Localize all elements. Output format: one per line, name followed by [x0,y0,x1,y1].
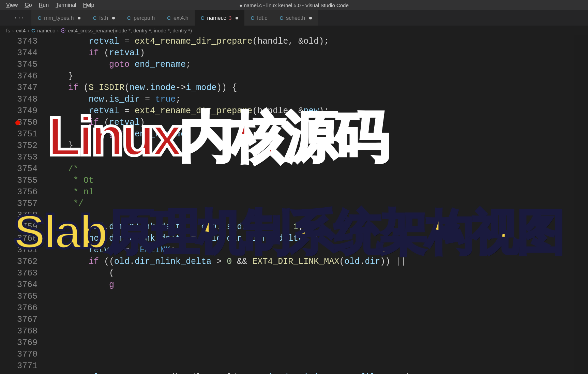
breadcrumb[interactable]: fs › ext4 › C namei.c › ⦿ ext4_cross_ren… [0,26,588,35]
line-numbers-gutter[interactable]: 3743374437453746374737483749375037513752… [0,35,48,374]
line-number[interactable]: 3764 [0,279,37,291]
line-number[interactable]: 3756 [0,186,37,198]
function-icon: ⦿ [61,28,66,33]
line-number[interactable]: 3747 [0,82,37,94]
editor[interactable]: 3743374437453746374737483749375037513752… [0,35,588,374]
code-line[interactable]: ( [48,268,588,279]
tab-bar: ··· Cmm_types.hCfs.hCpercpu.hCext4.hCnam… [0,10,588,26]
breadcrumb-function[interactable]: ext4_cross_rename(inode *, dentry *, ino… [68,28,192,33]
line-number[interactable]: 3755 [0,175,37,186]
breakpoint-icon[interactable] [15,120,20,125]
line-number[interactable]: 3766 [0,302,37,314]
line-number[interactable]: 3772 [0,372,37,374]
chevron-right-icon: › [12,28,14,33]
line-number[interactable]: 3770 [0,349,37,360]
line-number[interactable]: 3752 [0,140,37,152]
tab-badge: 3 [229,15,231,21]
c-file-icon: C [127,15,131,21]
window-title: ● namei.c - linux kernel 5.0 - Visual St… [239,2,349,8]
c-file-icon: C [37,15,41,21]
line-number[interactable]: 3743 [0,36,37,47]
line-number[interactable]: 3765 [0,291,37,302]
tab-label: percpu.h [134,15,155,21]
menu-view[interactable]: View [3,2,21,8]
tab-label: ext4.h [174,15,189,21]
menu-terminal[interactable]: Terminal [52,2,79,8]
line-number[interactable]: 3749 [0,105,37,117]
modified-dot-icon [112,17,115,19]
tab-label: fs.h [99,15,108,21]
menu-run[interactable]: Run [35,2,52,8]
code-line[interactable] [48,349,588,360]
code-line[interactable]: retval = ext4_rename_dir_prepare(handle,… [48,36,588,47]
code-line[interactable]: } [48,71,588,82]
modified-dot-icon [309,17,312,19]
tab-ext4-h[interactable]: Cext4.h [161,10,194,26]
tab-percpu-h[interactable]: Cpercpu.h [121,10,161,26]
code-line[interactable] [48,291,588,302]
tab-label: mm_types.h [44,15,74,21]
c-file-icon: C [280,15,283,21]
minimap[interactable] [574,35,588,374]
line-number[interactable]: 3751 [0,129,37,140]
code-line[interactable]: if (retval) [48,47,588,59]
chevron-right-icon: › [57,28,59,33]
overlay-title-yellow: Slab原理机制系统架构视图 [14,208,563,256]
c-file-icon: C [201,15,205,21]
code-line[interactable] [48,314,588,326]
code-line[interactable]: * nl [48,186,588,198]
line-number[interactable]: 3746 [0,71,37,82]
menubar: ViewGoRunTerminalHelp ● namei.c - linux … [0,0,588,10]
c-file-icon: C [31,28,35,33]
tab-fs-h[interactable]: Cfs.h [87,10,121,26]
line-number[interactable]: 3771 [0,360,37,372]
overlay-title-red: Linux内核源码 [48,109,387,164]
line-number[interactable]: 3763 [0,268,37,279]
menu-help[interactable]: Help [80,2,98,8]
menu-go[interactable]: Go [21,2,35,8]
line-number[interactable]: 3754 [0,163,37,175]
code-line[interactable] [48,337,588,349]
tab-label: namei.c [207,15,226,21]
code-line[interactable]: retval = ext4_setent(handle, &old, new.i… [48,372,588,374]
chevron-right-icon: › [28,28,29,33]
modified-dot-icon [78,17,80,19]
c-file-icon: C [251,15,254,21]
code-line[interactable] [48,360,588,372]
c-file-icon: C [167,15,171,21]
tab-fdt-c[interactable]: Cfdt.c [244,10,273,26]
breadcrumb-file[interactable]: namei.c [37,28,55,33]
tab-label: fdt.c [257,15,267,21]
code-line[interactable]: * Ot [48,175,588,186]
tab-mm_types-h[interactable]: Cmm_types.h [31,10,87,26]
tab-namei-c[interactable]: Cnamei.c3 [195,10,245,26]
code-area[interactable]: retval = ext4_rename_dir_prepare(handle,… [48,35,588,374]
code-line[interactable] [48,302,588,314]
c-file-icon: C [93,15,96,21]
code-line[interactable]: if (S_ISDIR(new.inode->i_mode)) { [48,82,588,94]
modified-dot-icon [236,17,238,19]
code-line[interactable]: g [48,279,588,291]
line-number[interactable]: 3767 [0,314,37,326]
line-number[interactable]: 3745 [0,59,37,71]
tabs-overflow-button[interactable]: ··· [7,15,31,21]
line-number[interactable]: 3748 [0,94,37,105]
tab-sched-h[interactable]: Csched.h [273,10,318,26]
breadcrumb-segment[interactable]: fs [6,28,10,33]
code-line[interactable]: goto end_rename; [48,59,588,71]
breadcrumb-segment[interactable]: ext4 [16,28,26,33]
code-line[interactable] [48,326,588,337]
line-number[interactable]: 3769 [0,337,37,349]
line-number[interactable]: 3744 [0,47,37,59]
line-number[interactable]: 3768 [0,326,37,337]
code-line[interactable]: new.is_dir = true; [48,94,588,105]
tab-label: sched.h [286,15,305,21]
line-number[interactable]: 3753 [0,152,37,163]
